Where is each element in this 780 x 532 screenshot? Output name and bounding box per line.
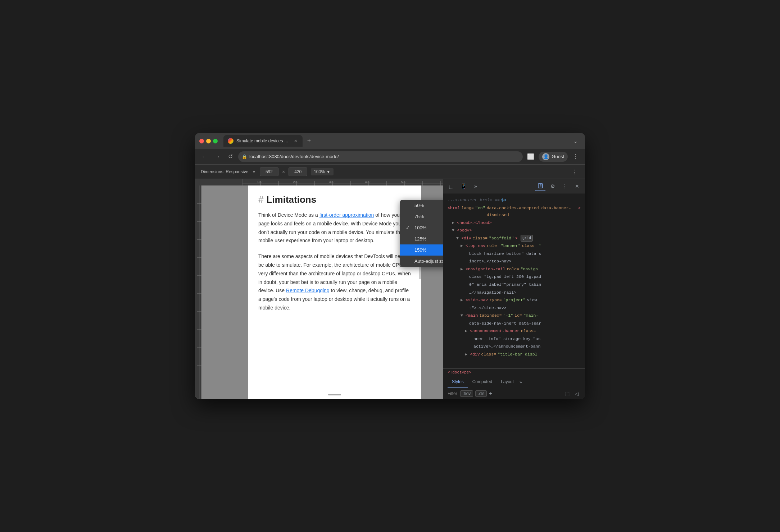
ruler-side-svg — [195, 185, 201, 399]
html-attr-lang: lang= — [462, 205, 474, 212]
reload-button[interactable]: ↺ — [225, 152, 235, 162]
inspect-icon[interactable]: ⬚ — [446, 181, 456, 191]
ann-tag: <announcement-banner — [470, 327, 520, 335]
tab-end-controls[interactable]: ⌄ — [573, 138, 581, 145]
device-toolbar: Dimensions: Responsive ▼ × 100% ▼ ⋮ — [195, 165, 585, 179]
close-devtools-icon[interactable]: ✕ — [572, 181, 582, 191]
tab-styles[interactable]: Styles — [448, 376, 468, 388]
tab-layout[interactable]: Layout — [496, 376, 518, 388]
html-attr-cookies: data-cookies-accepted data-banner-dismis… — [487, 205, 577, 219]
zoom-option-50[interactable]: 50% — [400, 200, 443, 211]
titlebar-tag: <div — [470, 351, 480, 358]
dropdown-arrow-icon: ▼ — [252, 169, 256, 174]
html-tree: ···<!DOCTYPE html> == $0 <html lang="en"… — [443, 193, 585, 368]
navrail-attr: role= — [507, 266, 519, 273]
ruler-side — [195, 185, 201, 399]
new-tab-button[interactable]: + — [304, 136, 314, 146]
zoom-arrow-icon: ▼ — [326, 169, 331, 174]
zoom-dropdown[interactable]: 100% ▼ — [311, 168, 334, 175]
topnav-attr2: class= — [522, 242, 537, 249]
div-attr: class= — [473, 235, 488, 242]
tab-computed[interactable]: Computed — [468, 376, 496, 388]
back-button[interactable]: ← — [199, 152, 209, 162]
head-tag: <head>…</head> — [457, 219, 492, 226]
expand-sidenav[interactable]: ▶ — [461, 297, 464, 304]
div-close: > — [515, 235, 518, 242]
page-content: # Limitations Think of Device Mode as a … — [248, 185, 421, 328]
html-line-main-2: data-side-nav-inert data-sear — [448, 320, 581, 327]
expand-scaffold[interactable]: ▼ — [456, 235, 460, 242]
topnav-attr: role= — [487, 242, 499, 249]
filter-tags: :hov .cls + — [460, 390, 493, 397]
html-line-navrail-4: …</navigation-rail> — [448, 289, 581, 297]
topnav-text: block hairline-bottom" data-s — [469, 250, 541, 257]
menu-icon[interactable]: ⋮ — [571, 152, 581, 162]
settings-icon[interactable]: ⚙ — [548, 181, 558, 191]
expand-topnav[interactable]: ▶ — [461, 242, 464, 249]
zoom-option-100[interactable]: ✓ 100% — [400, 222, 443, 233]
tab-close-button[interactable]: ✕ — [292, 138, 298, 144]
svg-text:400: 400 — [365, 180, 370, 184]
topnav-tag: <top-nav — [466, 242, 485, 249]
navrail-text2: 0" aria-label="primary" tabin — [469, 281, 541, 288]
width-input[interactable] — [260, 168, 278, 176]
filter-icon-1[interactable]: ⬚ — [563, 390, 571, 398]
page-frame: # Limitations Think of Device Mode as a … — [248, 185, 421, 399]
forward-button[interactable]: → — [212, 152, 222, 162]
tabs-more-icon[interactable]: » — [520, 380, 522, 385]
filter-cls[interactable]: .cls — [475, 390, 487, 397]
filter-add-icon[interactable]: + — [489, 390, 492, 397]
url-bar[interactable]: 🔒 localhost:8080/docs/devtools/device-mo… — [238, 151, 523, 162]
filter-hov[interactable]: :hov — [460, 390, 473, 397]
height-input[interactable] — [289, 168, 307, 176]
tab-title: Simulate mobile devices with D — [236, 138, 290, 143]
filter-label: Filter — [448, 391, 457, 396]
para2-link[interactable]: Remote Debugging — [286, 288, 330, 293]
expand-head[interactable]: ▶ — [452, 219, 455, 226]
more-panels-icon[interactable]: » — [471, 181, 481, 191]
dimension-separator: × — [282, 169, 285, 175]
sidenav-val: "project" — [503, 297, 526, 304]
zoom-option-75[interactable]: 75% — [400, 211, 443, 222]
more-options-icon[interactable]: ⋮ — [569, 167, 579, 177]
expand-main[interactable]: ▼ — [461, 312, 464, 319]
active-tab[interactable]: Simulate mobile devices with D ✕ — [223, 135, 303, 147]
address-end-controls: ⬜ 👤 Guest ⋮ — [526, 152, 581, 162]
zoom-option-auto[interactable]: Auto-adjust zoom — [400, 256, 443, 267]
topnav-val2: " — [538, 242, 541, 249]
page-heading: # Limitations — [258, 194, 411, 205]
main-val: "-1" — [503, 312, 513, 319]
expand-navmrail[interactable]: ▶ — [461, 266, 464, 273]
styles-label: Styles — [452, 379, 464, 384]
expand-body[interactable]: ▼ — [452, 227, 455, 234]
heading-text: Limitations — [266, 194, 316, 205]
titlebar-val: "title-bar displ — [498, 351, 537, 358]
expand-ann[interactable]: ▶ — [465, 327, 468, 335]
devtools-more-icon[interactable]: ⋮ — [560, 181, 570, 191]
title-bar: Simulate mobile devices with D ✕ + ⌄ — [195, 133, 585, 149]
elements-panel-icon[interactable] — [535, 181, 545, 191]
expand-titlebar[interactable]: ▶ — [465, 351, 468, 358]
div-scaffold-tag: <div — [461, 235, 471, 242]
html-val-en: "en" — [475, 205, 485, 212]
zoom-option-125[interactable]: 125% — [400, 233, 443, 244]
main-tag: <main — [466, 312, 478, 319]
maximize-button[interactable] — [213, 139, 218, 143]
topnav-val: "banner" — [501, 242, 521, 249]
minimize-button[interactable] — [206, 139, 211, 143]
zoom-option-150[interactable]: 150% — [400, 244, 443, 256]
cast-icon[interactable]: ⬜ — [526, 152, 536, 162]
html-line-navrail-2: class="lg:pad-left-200 lg:pad — [448, 273, 581, 281]
close-button[interactable] — [199, 139, 204, 143]
profile-button[interactable]: 👤 Guest — [539, 152, 568, 162]
zoom-check-100: ✓ — [406, 225, 411, 230]
filter-icon-2[interactable]: ◁ — [573, 390, 581, 398]
device-mode-icon[interactable]: 📱 — [458, 181, 468, 191]
para1-link[interactable]: first-order approximation — [319, 212, 374, 218]
address-bar: ← → ↺ 🔒 localhost:8080/docs/devtools/dev… — [195, 149, 585, 165]
ann-attr: class= — [521, 327, 536, 335]
drag-handle[interactable] — [328, 394, 341, 395]
sidenav-tag: <side-nav — [466, 297, 488, 304]
lock-icon: 🔒 — [242, 154, 247, 159]
devtools-toolbar: ⬚ 📱 » ⚙ ⋮ ✕ — [443, 179, 585, 193]
